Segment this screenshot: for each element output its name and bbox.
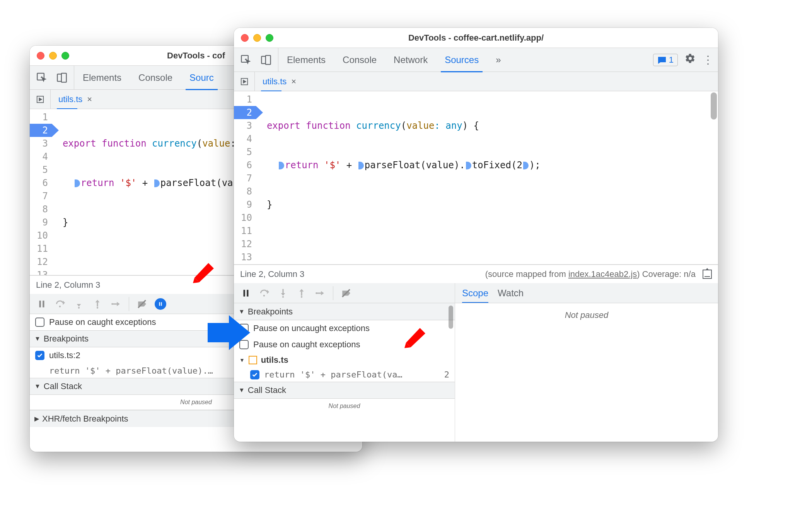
svg-rect-20 [266, 55, 271, 64]
window-minimize-icon[interactable] [253, 34, 261, 42]
checkbox-icon[interactable] [250, 370, 259, 379]
tabs-overflow[interactable]: » [487, 48, 509, 72]
svg-rect-23 [244, 290, 245, 296]
close-icon[interactable]: × [291, 77, 296, 87]
callstack-header[interactable]: ▼ Call Stack [234, 382, 455, 399]
titlebar[interactable]: DevTools - coffee-cart.netlify.app/ [234, 28, 718, 48]
window-close-icon[interactable] [241, 34, 249, 42]
cursor-position: Line 2, Column 3 [36, 280, 100, 290]
tab-scope[interactable]: Scope [462, 284, 488, 302]
inspect-icon[interactable] [35, 71, 48, 84]
window-close-icon[interactable] [37, 52, 44, 60]
step-icon[interactable] [314, 287, 326, 299]
svg-marker-37 [194, 263, 214, 282]
mapped-file-link[interactable]: index.1ac4eab2.js [568, 269, 637, 279]
svg-point-10 [78, 307, 80, 308]
svg-marker-34 [321, 291, 324, 295]
tab-elements[interactable]: Elements [74, 66, 130, 90]
show-navigator-icon[interactable] [30, 90, 51, 109]
disclosure-triangle-icon: ▼ [34, 335, 41, 342]
code-editor[interactable]: 1 2 3 4 5 6 7 8 9 10 11 12 13 export fun… [234, 91, 718, 265]
disclosure-triangle-icon: ▼ [239, 357, 245, 363]
annotation-red-arrow-icon [404, 326, 426, 349]
step-over-icon[interactable] [259, 287, 270, 299]
tab-watch[interactable]: Watch [498, 284, 524, 302]
pause-icon[interactable] [36, 298, 48, 310]
svg-marker-27 [281, 293, 285, 296]
device-toggle-icon[interactable] [259, 53, 273, 67]
ts-file-icon [249, 356, 257, 364]
svg-point-29 [282, 296, 284, 297]
scrollbar[interactable] [711, 92, 717, 120]
gutter[interactable]: 1 2 3 4 5 6 7 8 9 10 11 12 13 [30, 109, 52, 275]
panel-tabstrip: Elements Console Network Sources » 1 ⋮ [234, 48, 718, 72]
issues-chip[interactable]: 1 [653, 54, 678, 66]
window-minimize-icon[interactable] [49, 52, 57, 60]
scope-empty: Not paused [455, 303, 718, 442]
pause-on-uncaught-label: Pause on uncaught exceptions [253, 323, 370, 333]
svg-marker-7 [63, 301, 65, 305]
svg-marker-4 [39, 98, 41, 101]
step-out-icon[interactable] [296, 287, 307, 299]
inspect-icon[interactable] [239, 53, 252, 67]
pause-on-caught-label: Pause on caught exceptions [253, 340, 360, 350]
window-zoom-icon[interactable] [61, 52, 69, 60]
debugger-toolbar [234, 283, 455, 303]
step-over-icon[interactable] [55, 298, 66, 310]
breakpoint-file-group[interactable]: ▼ utils.ts [234, 353, 455, 367]
step-out-icon[interactable] [92, 298, 103, 310]
breakpoints-header[interactable]: ▼ Breakpoints [234, 303, 455, 320]
checkbox-icon[interactable] [35, 318, 44, 327]
tab-sources[interactable]: Sources [436, 48, 487, 72]
step-icon[interactable] [110, 298, 122, 310]
tab-console[interactable]: Console [130, 66, 181, 90]
pause-on-exceptions-icon[interactable] [155, 298, 166, 310]
gutter[interactable]: 1 2 3 4 5 6 7 8 9 10 11 12 13 [234, 91, 256, 265]
deactivate-breakpoints-icon[interactable] [340, 287, 352, 299]
settings-icon[interactable] [685, 53, 696, 67]
more-icon[interactable]: ⋮ [703, 53, 713, 66]
svg-marker-22 [243, 80, 246, 83]
svg-marker-30 [300, 289, 304, 292]
file-tab-utils[interactable]: utils.ts × [255, 72, 304, 91]
device-toggle-icon[interactable] [55, 71, 68, 84]
step-into-icon[interactable] [277, 287, 289, 299]
sourcemap-info: (source mapped from index.1ac4eab2.js) C… [485, 269, 712, 279]
disclosure-triangle-icon: ▼ [239, 387, 245, 394]
show-navigator-icon[interactable] [234, 72, 255, 91]
tab-elements[interactable]: Elements [278, 48, 334, 72]
pause-icon[interactable] [240, 287, 252, 299]
checkbox-icon[interactable] [35, 351, 44, 360]
coverage-toggle-icon[interactable] [703, 270, 712, 279]
svg-rect-28 [282, 289, 283, 293]
breakpoint-linenum: 2 [444, 370, 449, 379]
breakpoint-code: return '$' + parseFloat(va… [264, 370, 403, 379]
breakpoint-entry[interactable]: return '$' + parseFloat(va… 2 [234, 367, 455, 382]
svg-marker-9 [77, 304, 81, 307]
svg-point-26 [263, 295, 265, 296]
devtools-window-right: DevTools - coffee-cart.netlify.app/ Elem… [234, 28, 718, 442]
svg-rect-31 [301, 291, 302, 295]
pause-on-caught-label: Pause on caught exceptions [49, 317, 156, 327]
disclosure-triangle-icon: ▼ [34, 383, 41, 390]
step-into-icon[interactable] [73, 298, 85, 310]
deactivate-breakpoints-icon[interactable] [136, 298, 148, 310]
tab-sources[interactable]: Sourc [181, 66, 222, 90]
svg-rect-2 [61, 73, 67, 82]
file-tabstrip: utils.ts × [234, 72, 718, 91]
tab-console[interactable]: Console [334, 48, 385, 72]
svg-point-14 [111, 303, 113, 304]
svg-rect-24 [247, 290, 248, 296]
breakpoint-file: utils.ts:2 [49, 350, 80, 360]
tab-network[interactable]: Network [385, 48, 436, 72]
code-content: export function currency(value: return '… [52, 109, 236, 275]
file-tab-label: utils.ts [263, 77, 287, 87]
file-tab-utils[interactable]: utils.ts × [51, 90, 100, 109]
svg-rect-6 [43, 301, 44, 307]
scope-watch-tabstrip: Scope Watch [455, 283, 718, 303]
svg-point-8 [59, 306, 61, 307]
annotation-red-arrow-icon [192, 261, 215, 284]
scrollbar[interactable] [449, 306, 453, 329]
close-icon[interactable]: × [87, 94, 92, 104]
window-zoom-icon[interactable] [266, 34, 273, 42]
